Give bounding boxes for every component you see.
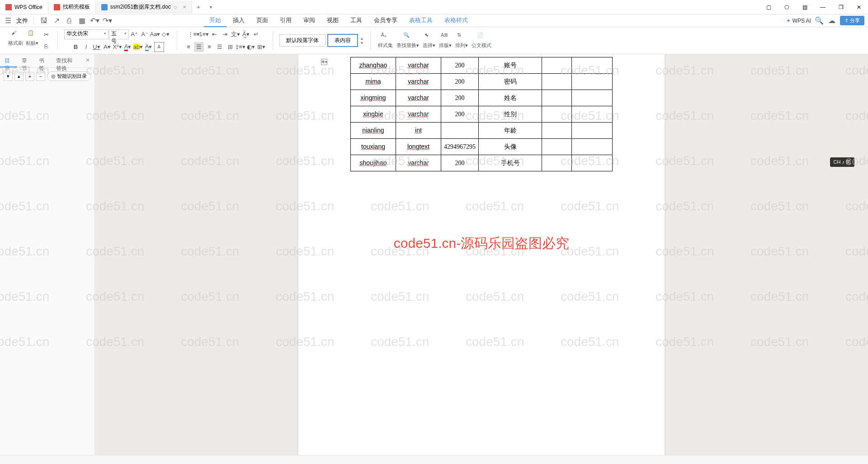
menu-tab-page[interactable]: 页面 xyxy=(251,14,274,27)
tab-list-button[interactable]: ▾ xyxy=(205,5,217,9)
distribute-icon[interactable]: ⊞ xyxy=(225,42,235,52)
char-border-button[interactable]: A xyxy=(154,42,164,52)
tab-menu-icon[interactable]: ◇ xyxy=(174,5,177,9)
style-up-icon[interactable]: ▲ xyxy=(360,36,364,41)
strikethrough-button[interactable]: A̶▾ xyxy=(102,42,112,52)
table-cell[interactable]: varchar xyxy=(396,90,441,106)
table-row[interactable]: mimavarchar200密码 xyxy=(351,74,613,90)
grow-font-icon[interactable]: A⁺ xyxy=(129,29,139,39)
table-cell[interactable]: touxiang xyxy=(351,139,396,155)
table-cell[interactable]: varchar xyxy=(396,74,441,90)
window-opt1-icon[interactable]: ▢ xyxy=(760,0,778,14)
menu-tab-tabletools[interactable]: 表格工具 xyxy=(404,14,438,27)
sidebar-tab-toc[interactable]: 目录 xyxy=(0,54,17,67)
table-cell[interactable]: 4294967295 xyxy=(441,139,479,155)
tab-close-icon[interactable]: ✕ xyxy=(183,5,186,9)
style-down-icon[interactable]: ▼ xyxy=(360,41,364,45)
tab-document[interactable]: ssm2i051数据库文档.doc ◇ ✕ xyxy=(96,1,192,14)
table-row[interactable]: touxianglongtext4294967295头像 xyxy=(351,139,613,155)
change-case-icon[interactable]: Aa▾ xyxy=(150,29,160,39)
table-cell[interactable]: zhanghao xyxy=(351,57,396,74)
table-cell[interactable]: 200 xyxy=(441,90,479,106)
find-replace-button[interactable]: 🔍查找替换▾ xyxy=(396,32,419,49)
table-cell[interactable]: 姓名 xyxy=(479,90,542,106)
sidebar-minus-icon[interactable]: − xyxy=(36,72,45,81)
menu-tab-start[interactable]: 开始 xyxy=(204,14,226,27)
table-cell[interactable]: 性别 xyxy=(479,106,542,123)
wps-ai-button[interactable]: ✦ WPS AI xyxy=(786,18,811,24)
sidebar-plus-icon[interactable]: + xyxy=(25,72,34,81)
document-area[interactable]: ✥▾ zhanghaovarchar200账号mimavarchar200密码x… xyxy=(95,54,868,455)
table-cell[interactable] xyxy=(572,57,613,74)
table-cell[interactable] xyxy=(572,106,613,123)
format-painter-button[interactable]: 🖌 格式刷 xyxy=(8,30,23,52)
font-size-select[interactable]: 五号 xyxy=(109,29,129,39)
table-cell[interactable]: mima xyxy=(351,74,396,90)
sort-button[interactable]: ⇅排列▾ xyxy=(455,32,468,49)
menu-tab-tools[interactable]: 工具 xyxy=(345,14,368,27)
table-cell[interactable]: varchar xyxy=(396,155,441,171)
underline-button[interactable]: U▾ xyxy=(92,42,102,52)
table-cell[interactable]: 200 xyxy=(441,74,479,90)
table-move-handle[interactable]: ✥▾ xyxy=(321,59,327,65)
para-shading-icon[interactable]: ◐▾ xyxy=(246,42,256,52)
align-right-icon[interactable]: ≡ xyxy=(204,42,214,52)
tab-add-button[interactable]: ＋ xyxy=(192,3,205,11)
table-cell[interactable] xyxy=(572,74,613,90)
copy-icon[interactable]: ⎘ xyxy=(41,42,51,52)
increase-indent-icon[interactable]: ⇥ xyxy=(220,29,230,39)
table-cell[interactable]: 200 xyxy=(441,57,479,74)
decrease-indent-icon[interactable]: ⇤ xyxy=(210,29,220,39)
table-cell[interactable]: 200 xyxy=(441,106,479,123)
sidebar-close-icon[interactable]: ✕ xyxy=(81,54,94,67)
search-icon[interactable]: 🔍 xyxy=(815,16,824,25)
menu-hamburger-icon[interactable]: ☰ xyxy=(4,16,13,25)
table-cell[interactable] xyxy=(542,90,572,106)
table-cell[interactable] xyxy=(572,90,613,106)
sidebar-tab-findrep[interactable]: 查找和替换 xyxy=(52,54,81,67)
align-justify-icon[interactable]: ☰ xyxy=(215,42,225,52)
table-cell[interactable] xyxy=(542,123,572,139)
text-direction-icon[interactable]: 文▾ xyxy=(231,29,241,39)
table-cell[interactable]: longtext xyxy=(396,139,441,155)
window-minimize-icon[interactable]: — xyxy=(814,0,832,14)
table-cell[interactable] xyxy=(572,155,613,171)
cloud-icon[interactable]: ☁ xyxy=(827,16,836,25)
align-center-icon[interactable]: ☰ xyxy=(194,42,204,52)
table-cell[interactable]: 账号 xyxy=(479,57,542,74)
window-maximize-icon[interactable]: ❐ xyxy=(832,0,850,14)
italic-button[interactable]: I xyxy=(81,42,91,52)
clear-format-icon[interactable]: ◇▾ xyxy=(160,29,170,39)
print-icon[interactable]: ⎙ xyxy=(65,16,74,25)
highlight-button[interactable]: ab▾ xyxy=(133,42,143,52)
table-cell[interactable]: 头像 xyxy=(479,139,542,155)
table-cell[interactable] xyxy=(542,139,572,155)
table-cell[interactable] xyxy=(542,106,572,123)
tab-template[interactable]: 找稻壳模板 xyxy=(48,1,96,14)
table-row[interactable]: xingbievarchar200性别 xyxy=(351,106,613,123)
window-close-icon[interactable]: ✕ xyxy=(850,0,868,14)
paste-button[interactable]: 📋 粘贴▾ xyxy=(26,30,38,52)
font-color-button[interactable]: A▾ xyxy=(123,42,133,52)
share-button[interactable]: ⇪ 分享 xyxy=(840,16,864,25)
table-cell[interactable] xyxy=(572,139,613,155)
table-cell[interactable] xyxy=(572,123,613,139)
sidebar-tab-bookmark[interactable]: 书签 xyxy=(34,54,52,67)
numbering-icon[interactable]: 1≡▾ xyxy=(199,29,209,39)
bold-button[interactable]: B xyxy=(71,42,81,52)
file-menu[interactable]: 文件 xyxy=(16,17,28,25)
styleset-button[interactable]: Åₐ样式集 xyxy=(378,32,393,49)
table-row[interactable]: shoujihaovarchar200手机号 xyxy=(351,155,613,171)
sidebar-expand-icon[interactable]: ▴ xyxy=(14,72,24,81)
docmode-button[interactable]: 📄公文模式 xyxy=(472,32,491,49)
menu-tab-member[interactable]: 会员专享 xyxy=(368,14,403,27)
borders-icon[interactable]: ⊞▾ xyxy=(256,42,266,52)
table-cell[interactable]: nianling xyxy=(351,123,396,139)
menu-tab-insert[interactable]: 插入 xyxy=(227,14,250,27)
table-cell[interactable]: 200 xyxy=(441,155,479,171)
align-left-icon[interactable]: ≡ xyxy=(184,42,193,52)
save-icon[interactable]: 🖫 xyxy=(39,16,48,25)
sidebar-tab-chapter[interactable]: 章节 xyxy=(17,54,34,67)
export-icon[interactable]: ↗ xyxy=(52,16,61,25)
bullets-icon[interactable]: ⋮≡▾ xyxy=(189,29,199,39)
